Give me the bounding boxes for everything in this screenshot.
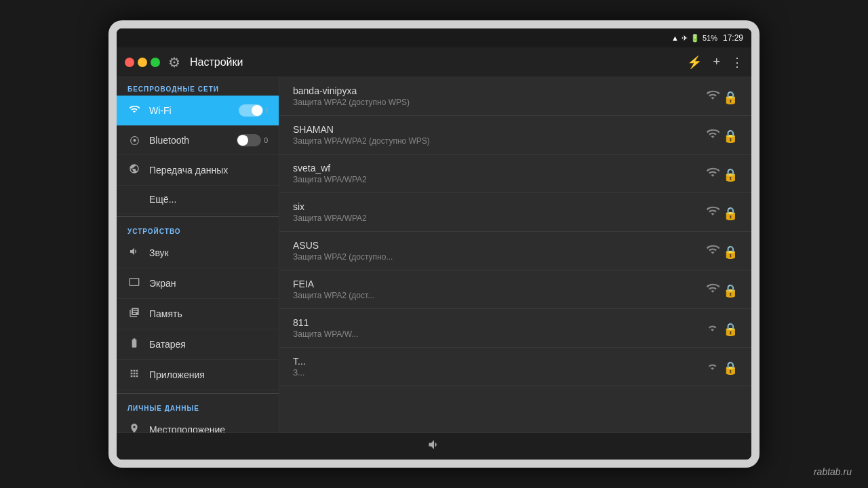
- sidebar-battery-label: Батарея: [149, 339, 268, 350]
- wifi-network-security: Защита WPA/W...: [293, 329, 701, 339]
- body-area: БЕСПРОВОДНЫЕ СЕТИ Wi-Fi I: [117, 77, 751, 432]
- sound-icon: [127, 246, 141, 260]
- wifi-signal-icon: 🔒: [706, 359, 738, 375]
- wifi-network-name: ASUS: [293, 240, 701, 251]
- page-title: Настройки: [190, 56, 243, 68]
- wifi-network-item[interactable]: ASUS Защита WPA2 (доступно... 🔒: [279, 232, 751, 270]
- wifi-network-name: sveta_wf: [293, 163, 701, 174]
- more-menu-button[interactable]: ⋮: [731, 55, 743, 70]
- wifi-info: six Защита WPA/WPA2: [293, 201, 701, 223]
- window-button-yellow[interactable]: [138, 58, 147, 67]
- sidebar-item-data[interactable]: Передача данных: [117, 155, 279, 186]
- sidebar-item-more[interactable]: Ещё...: [117, 186, 279, 214]
- tablet-screen: ▲ ✈ 🔋 51% 17:29 ⚙ Настройки ⚡ + ⋮: [117, 28, 751, 460]
- sidebar-item-apps[interactable]: Приложения: [117, 360, 279, 390]
- sidebar-item-battery[interactable]: Батарея: [117, 329, 279, 360]
- wifi-network-name: FEIA: [293, 279, 701, 289]
- sidebar-item-screen[interactable]: Экран: [117, 268, 279, 299]
- sidebar-item-bluetooth[interactable]: ⦿ Bluetooth 0: [117, 126, 279, 155]
- wifi-network-name: SHAMAN: [293, 124, 701, 135]
- wifi-info: FEIA Защита WPA2 (дост...: [293, 279, 701, 300]
- wifi-network-security: З...: [293, 368, 701, 378]
- battery-icon: 🔋: [690, 34, 700, 43]
- screen-icon: [127, 277, 141, 290]
- wifi-status-icon: ▲: [671, 34, 679, 42]
- wifi-info: banda-vinipyxa Защита WPA2 (доступно WPS…: [293, 85, 701, 107]
- bottom-nav-bar: [117, 432, 751, 460]
- memory-icon: [127, 307, 141, 321]
- wifi-info: T... З...: [293, 356, 701, 378]
- volume-button[interactable]: [414, 438, 454, 455]
- wifi-network-security: Защита WPA/WPA2: [293, 214, 701, 223]
- wifi-toggle-label: I: [266, 107, 268, 115]
- location-icon: [127, 423, 141, 432]
- sidebar-section-device: УСТРОЙСТВО: [117, 220, 279, 238]
- sidebar-location-label: Местоположение: [149, 424, 268, 432]
- wifi-info: ASUS Защита WPA2 (доступно...: [293, 240, 701, 262]
- battery-percentage: 51%: [703, 34, 717, 42]
- wifi-signal-icon: 🔒: [706, 165, 738, 182]
- sidebar-item-memory[interactable]: Память: [117, 299, 279, 329]
- wifi-network-security: Защита WPA2 (доступно...: [293, 252, 701, 262]
- settings-gear-icon: ⚙: [168, 54, 184, 70]
- sidebar-more-label: Ещё...: [149, 194, 268, 205]
- sidebar-item-location[interactable]: Местоположение: [117, 415, 279, 432]
- sidebar-apps-label: Приложения: [149, 369, 268, 380]
- wifi-signal-icon: 🔒: [706, 243, 738, 260]
- flash-button[interactable]: ⚡: [687, 55, 702, 70]
- wifi-network-item[interactable]: 811 Защита WPA/W... 🔒: [279, 309, 751, 348]
- wifi-network-item[interactable]: six Защита WPA/WPA2 🔒: [279, 193, 751, 232]
- wifi-toggle[interactable]: I: [239, 104, 268, 117]
- wifi-network-item[interactable]: FEIA Защита WPA2 (дост... 🔒: [279, 270, 751, 309]
- airplane-icon: ✈: [682, 34, 688, 43]
- sidebar-bluetooth-label: Bluetooth: [149, 135, 229, 146]
- sidebar: БЕСПРОВОДНЫЕ СЕТИ Wi-Fi I: [117, 77, 279, 432]
- wifi-signal-icon: 🔒: [706, 320, 738, 337]
- wifi-network-item[interactable]: T... З... 🔒: [279, 348, 751, 386]
- bluetooth-toggle[interactable]: 0: [237, 134, 268, 146]
- bluetooth-toggle-label: 0: [264, 137, 268, 144]
- clock: 17:29: [723, 33, 743, 43]
- wifi-network-security: Защита WPA2 (дост...: [293, 291, 701, 300]
- wifi-network-item[interactable]: sveta_wf Защита WPA/WPA2 🔒: [279, 155, 751, 193]
- wifi-info: SHAMAN Защита WPA/WPA2 (доступно WPS): [293, 124, 701, 146]
- wifi-info: 811 Защита WPA/W...: [293, 317, 701, 339]
- wifi-signal-icon: 🔒: [706, 204, 738, 221]
- wifi-network-security: Защита WPA2 (доступно WPS): [293, 98, 701, 107]
- wifi-signal-icon: 🔒: [706, 281, 738, 298]
- top-toolbar: ⚙ Настройки ⚡ + ⋮: [117, 47, 751, 77]
- sidebar-item-wifi[interactable]: Wi-Fi I: [117, 96, 279, 126]
- sidebar-screen-label: Экран: [149, 278, 268, 289]
- wifi-network-security: Защита WPA/WPA2: [293, 175, 701, 184]
- sidebar-memory-label: Память: [149, 308, 268, 319]
- window-button-red[interactable]: [125, 58, 134, 67]
- sidebar-item-sound[interactable]: Звук: [117, 238, 279, 268]
- window-button-green[interactable]: [151, 58, 160, 67]
- wifi-network-name: six: [293, 201, 701, 212]
- tablet-frame: ▲ ✈ 🔋 51% 17:29 ⚙ Настройки ⚡ + ⋮: [108, 20, 760, 468]
- divider-1: [117, 216, 279, 217]
- wifi-network-item[interactable]: banda-vinipyxa Защита WPA2 (доступно WPS…: [279, 77, 751, 116]
- window-buttons: [125, 58, 160, 67]
- battery-settings-icon: [127, 338, 141, 351]
- status-bar: ▲ ✈ 🔋 51% 17:29: [117, 28, 751, 47]
- toolbar-title-area: ⚙ Настройки: [168, 54, 687, 70]
- apps-icon: [127, 368, 141, 382]
- wifi-network-security: Защита WPA/WPA2 (доступно WPS): [293, 136, 701, 146]
- bluetooth-icon: ⦿: [127, 135, 141, 146]
- wifi-signal-icon: 🔒: [706, 127, 738, 144]
- wifi-signal-icon: 🔒: [706, 88, 738, 105]
- wifi-network-name: 811: [293, 317, 701, 328]
- divider-2: [117, 393, 279, 394]
- wifi-network-name: banda-vinipyxa: [293, 85, 701, 96]
- wifi-network-item[interactable]: SHAMAN Защита WPA/WPA2 (доступно WPS) 🔒: [279, 116, 751, 155]
- sidebar-section-personal: ЛИЧНЫЕ ДАННЫЕ: [117, 396, 279, 415]
- add-button[interactable]: +: [713, 55, 720, 69]
- watermark: rabtab.ru: [814, 466, 852, 477]
- sidebar-data-label: Передача данных: [149, 165, 268, 176]
- toolbar-actions: ⚡ + ⋮: [687, 55, 743, 70]
- wifi-icon: [127, 104, 141, 117]
- sidebar-sound-label: Звук: [149, 247, 268, 258]
- sidebar-section-wireless: БЕСПРОВОДНЫЕ СЕТИ: [117, 77, 279, 96]
- sidebar-wifi-label: Wi-Fi: [149, 105, 231, 116]
